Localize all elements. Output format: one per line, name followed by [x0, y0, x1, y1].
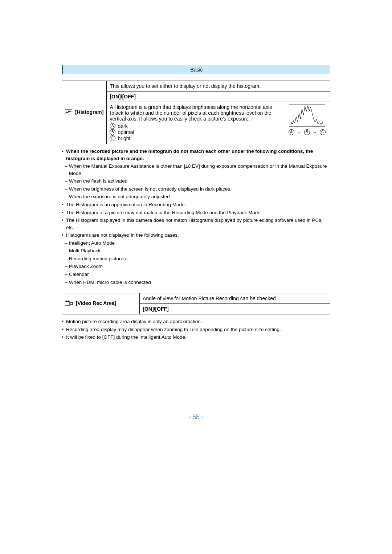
legend-c-text: bright — [118, 135, 130, 141]
legend-b-circle: B — [110, 129, 115, 135]
arrow-left-icon: ← — [297, 130, 302, 135]
note-subitem: Playback Zoom — [65, 263, 330, 270]
legend-a-text: dark — [118, 123, 127, 129]
note-item: It will be fixed to [OFF] during the Int… — [62, 334, 330, 341]
legend-item-c: C bright — [110, 135, 283, 141]
video-rec-table: [Video Rec Area] Angle of view for Motio… — [62, 293, 330, 314]
histogram-notes: When the recorded picture and the histog… — [62, 148, 330, 286]
video-rec-onoff: [ON]/[OFF] — [140, 304, 330, 314]
arrow-right-icon: → — [313, 130, 317, 135]
svg-point-4 — [68, 301, 69, 302]
video-rec-label-cell: [Video Rec Area] — [62, 293, 140, 314]
histogram-onoff: [ON]/[OFF] — [107, 91, 330, 102]
video-rec-notes: Motion picture recording area display is… — [62, 318, 330, 341]
histogram-desc: A Histogram is a graph that displays bri… — [110, 104, 272, 122]
note-subitem: Calendar — [65, 271, 330, 278]
note-subitem: Recording motion pictures — [65, 255, 330, 262]
legend-a-circle: A — [110, 123, 115, 129]
histogram-intro-cell: This allows you to set either to display… — [107, 81, 330, 91]
histogram-table: [Histogram] This allows you to set eithe… — [62, 81, 330, 144]
histogram-icon — [65, 109, 72, 115]
page-number: - 55 - — [62, 414, 330, 421]
svg-rect-1 — [289, 104, 325, 127]
note-subitem: Multi Playback — [65, 247, 330, 254]
fig-label-b: B — [304, 129, 310, 135]
histogram-label-cell: [Histogram] — [62, 81, 107, 144]
histogram-arrows: A ← B → C — [287, 129, 327, 135]
video-rec-desc: Angle of view for Motion Picture Recordi… — [140, 293, 330, 304]
note-subitem: When the flash is activated — [65, 178, 330, 185]
section-header: Basic — [62, 65, 330, 74]
note-subitem: When the exposure is not adequately adju… — [65, 193, 330, 200]
note-item: The Histogram displayed in this camera d… — [62, 217, 330, 231]
table-row: [Video Rec Area] Angle of view for Motio… — [62, 293, 330, 304]
legend-c-circle: C — [110, 135, 115, 141]
legend-item-b: B optimal — [110, 129, 283, 135]
video-rec-label-text: [Video Rec Area] — [76, 300, 116, 306]
histogram-desc-cell: A Histogram is a graph that displays bri… — [107, 102, 330, 144]
legend-b-text: optimal — [118, 129, 134, 135]
note-item: The Histogram of a picture may not match… — [62, 209, 330, 216]
svg-rect-5 — [70, 302, 73, 305]
legend-item-a: A dark — [110, 123, 283, 129]
note-subitem: When HDMI micro cable is connected — [65, 279, 330, 286]
svg-point-3 — [66, 301, 67, 302]
note-item: Motion picture recording area display is… — [62, 318, 330, 325]
note-item: Histograms are not displayed in the foll… — [62, 232, 330, 239]
fig-label-a: A — [289, 129, 294, 135]
video-rec-icon — [65, 300, 73, 307]
note-subitem: Intelligent Auto Mode — [65, 240, 330, 247]
fig-label-c: C — [320, 129, 326, 135]
histogram-label-text: [Histogram] — [75, 109, 104, 115]
page-container: Basic [Histogram] This allows you to set… — [0, 0, 392, 443]
note-item: When the recorded picture and the histog… — [62, 148, 330, 162]
section-title: Basic — [190, 67, 203, 73]
note-item: The Histogram is an approximation in Rec… — [62, 201, 330, 208]
table-row: [Histogram] This allows you to set eithe… — [62, 81, 330, 91]
note-subitem: When the brightness of the screen is not… — [65, 186, 330, 193]
note-subitem: When the Manual Exposure Assistance is o… — [65, 163, 330, 177]
histogram-figure: A ← B → C — [287, 104, 327, 135]
histogram-legend-list: A dark B optimal C bright — [110, 123, 283, 141]
histogram-graph-icon — [289, 104, 325, 127]
svg-rect-2 — [65, 302, 70, 305]
note-item: Recording area display may disappear whe… — [62, 326, 330, 333]
